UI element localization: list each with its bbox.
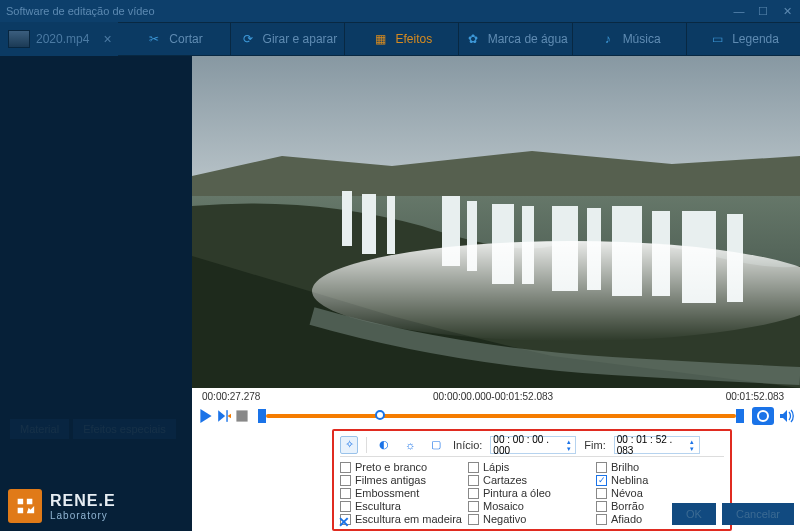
range-end-handle[interactable]: [736, 409, 744, 423]
checkbox-icon[interactable]: [596, 475, 607, 486]
logo-badge-icon: [8, 489, 42, 523]
effect-option[interactable]: Embossment: [340, 487, 468, 499]
effect-label: Filmes antigas: [355, 474, 426, 486]
effect-option[interactable]: Névoa: [596, 487, 724, 499]
checkbox-icon[interactable]: [468, 514, 479, 525]
window-controls: — ☐ ✕: [732, 5, 794, 18]
toolbar-subtitle[interactable]: ▭ Legenda: [686, 23, 800, 55]
effect-option[interactable]: Brilho: [596, 461, 724, 473]
effect-option[interactable]: Neblina: [596, 474, 724, 486]
brand-logo: RENE.E Laboratory: [8, 489, 116, 523]
file-close-button[interactable]: ×: [97, 31, 117, 47]
effect-option[interactable]: Pintura a óleo: [468, 487, 596, 499]
time-current: 00:00:27.278: [202, 391, 396, 402]
watermark-icon: ✿: [464, 30, 482, 48]
checkbox-icon[interactable]: [340, 488, 351, 499]
effect-option[interactable]: Mosaico: [468, 500, 596, 512]
checkbox-icon[interactable]: [340, 501, 351, 512]
dialog-footer: OK Cancelar: [672, 503, 794, 525]
svg-rect-4: [387, 196, 395, 254]
effect-label: Brilho: [611, 461, 639, 473]
contrast-icon[interactable]: ◐: [375, 436, 393, 454]
end-label: Fim:: [584, 439, 605, 451]
checkbox-icon[interactable]: [468, 488, 479, 499]
effect-option[interactable]: Cartazes: [468, 474, 596, 486]
effect-label: Escultura: [355, 500, 401, 512]
checkbox-icon[interactable]: [340, 462, 351, 473]
volume-icon[interactable]: [778, 408, 794, 424]
scissors-icon: ✂: [145, 30, 163, 48]
svg-rect-3: [362, 194, 376, 254]
playhead-handle[interactable]: [375, 410, 385, 420]
effect-option[interactable]: Lápis: [468, 461, 596, 473]
effect-label: Borrão: [611, 500, 644, 512]
ok-button[interactable]: OK: [672, 503, 716, 525]
time-total: 00:01:52.083: [590, 391, 784, 402]
video-preview[interactable]: [192, 56, 800, 388]
checkbox-icon[interactable]: [596, 488, 607, 499]
effects-reset-button[interactable]: ✕: [338, 514, 350, 530]
minimize-button[interactable]: —: [732, 5, 746, 17]
end-up[interactable]: ▴: [687, 438, 696, 445]
toolbar-rotate[interactable]: ⟳ Girar e aparar: [230, 23, 344, 55]
toolbar-effects[interactable]: ▦ Efeitos: [344, 23, 458, 55]
checkbox-icon[interactable]: [596, 514, 607, 525]
effect-option[interactable]: Preto e branco: [340, 461, 468, 473]
range-start-handle[interactable]: [258, 409, 266, 423]
toolbar-cut[interactable]: ✂ Cortar: [118, 23, 231, 55]
checkbox-icon[interactable]: [340, 475, 351, 486]
timecode-row: 00:00:27.278 00:00:00.000-00:01:52.083 0…: [192, 388, 800, 404]
slider-track: [266, 414, 736, 418]
start-time-input[interactable]: 00 : 00 : 00 . 000 ▴▾: [490, 436, 576, 454]
effects-options: Preto e brancoFilmes antigasEmbossmentEs…: [340, 457, 724, 529]
effect-option[interactable]: Escultura: [340, 500, 468, 512]
checkbox-icon[interactable]: [596, 462, 607, 473]
maximize-button[interactable]: ☐: [756, 5, 770, 18]
start-label: Início:: [453, 439, 482, 451]
timeline-slider[interactable]: [258, 409, 744, 423]
file-thumbnail-icon: [8, 30, 30, 48]
window-title: Software de editação de vídeo: [6, 5, 155, 17]
effect-label: Névoa: [611, 487, 643, 499]
sidebar-material-button[interactable]: Material: [10, 419, 69, 439]
crop-square-icon[interactable]: ▢: [427, 436, 445, 454]
file-name: 2020.mp4: [36, 32, 89, 46]
play-button[interactable]: [198, 408, 214, 424]
playback-controls: [192, 404, 800, 428]
main-toolbar: ✂ Cortar ⟳ Girar e aparar ▦ Efeitos ✿ Ma…: [118, 22, 800, 56]
brightness-icon[interactable]: ☼: [401, 436, 419, 454]
effect-option[interactable]: Filmes antigas: [340, 474, 468, 486]
file-tab[interactable]: 2020.mp4: [0, 22, 97, 56]
main-area: 00:00:27.278 00:00:00.000-00:01:52.083 0…: [192, 56, 800, 531]
cancel-button[interactable]: Cancelar: [722, 503, 794, 525]
snapshot-button[interactable]: [752, 407, 774, 425]
effect-option[interactable]: Escultura em madeira: [340, 513, 468, 525]
toolbar-music[interactable]: ♪ Música: [572, 23, 686, 55]
sidebar-effects-button[interactable]: Efeitos especiais: [73, 419, 176, 439]
effect-label: Cartazes: [483, 474, 527, 486]
end-time-input[interactable]: 00 : 01 : 52 . 083 ▴▾: [614, 436, 700, 454]
rotate-icon: ⟳: [239, 30, 257, 48]
titlebar: Software de editação de vídeo — ☐ ✕: [0, 0, 800, 22]
stop-button[interactable]: [234, 408, 250, 424]
effects-toolbar: ✧ ◐ ☼ ▢ Início: 00 : 00 : 00 . 000 ▴▾ Fi…: [340, 435, 724, 457]
effect-label: Embossment: [355, 487, 419, 499]
start-up[interactable]: ▴: [564, 438, 573, 445]
brand-name: RENE.E: [50, 492, 116, 510]
magic-wand-icon[interactable]: ✧: [340, 436, 358, 454]
effect-label: Escultura em madeira: [355, 513, 462, 525]
effect-label: Mosaico: [483, 500, 524, 512]
checkbox-icon[interactable]: [468, 475, 479, 486]
play-range-button[interactable]: [216, 408, 232, 424]
start-down[interactable]: ▾: [564, 445, 573, 452]
toolbar-watermark[interactable]: ✿ Marca de água: [458, 23, 572, 55]
checkbox-icon[interactable]: [596, 501, 607, 512]
checkbox-icon[interactable]: [468, 501, 479, 512]
time-range: 00:00:00.000-00:01:52.083: [396, 391, 590, 402]
end-down[interactable]: ▾: [687, 445, 696, 452]
effect-label: Negativo: [483, 513, 526, 525]
checkbox-icon[interactable]: [468, 462, 479, 473]
effect-option[interactable]: Negativo: [468, 513, 596, 525]
close-window-button[interactable]: ✕: [780, 5, 794, 18]
subtitle-icon: ▭: [708, 30, 726, 48]
